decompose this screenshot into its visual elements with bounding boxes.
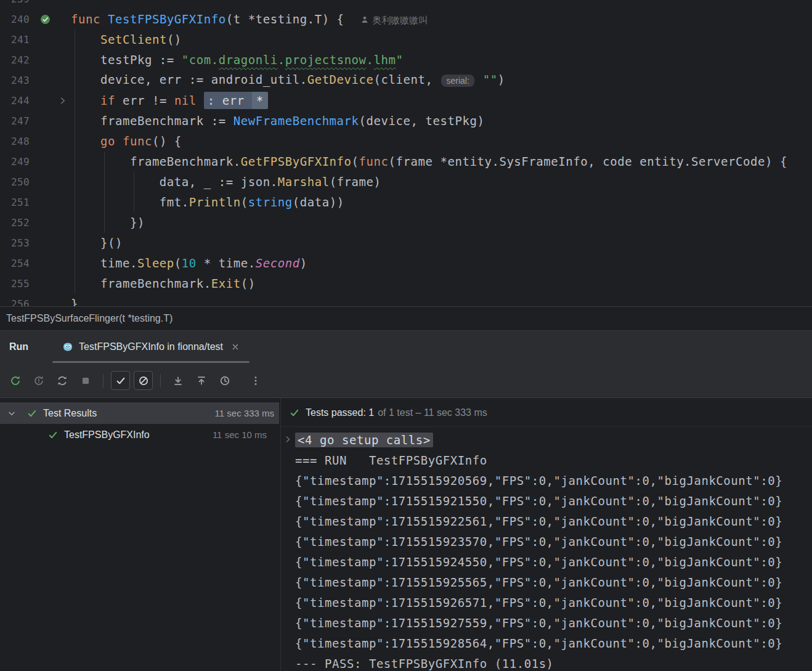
line-number[interactable]: 240 xyxy=(0,9,30,30)
code-text: } xyxy=(71,294,78,307)
sticky-function-bar[interactable]: TestFPSBySurfaceFlinger(t *testing.T) xyxy=(0,307,812,331)
console-line[interactable]: --- PASS: TestFPSByGFXInfo (11.01s) xyxy=(281,653,812,671)
run-content: Test Results 11 sec 333 ms TestFPSByGFXI… xyxy=(0,397,812,671)
run-tab-label: TestFPSByGFXInfo in fionna/test xyxy=(79,341,223,352)
line-number[interactable]: 253 xyxy=(0,233,30,253)
code-line[interactable]: 254 time.Sleep(10 * time.Second) xyxy=(0,253,812,274)
code-line[interactable]: 243 device, err := android_util.GetDevic… xyxy=(0,70,812,91)
console-line[interactable]: <4 go setup calls> xyxy=(281,429,812,450)
line-number[interactable]: 248 xyxy=(0,131,30,152)
code-line[interactable]: 255 frameBenchmark.Exit() xyxy=(0,274,812,294)
line-number[interactable]: 254 xyxy=(0,253,30,274)
fold-chevron-icon[interactable] xyxy=(58,96,67,105)
author-annotation[interactable]: 奥利嗷嗷嗷叫 xyxy=(360,10,428,30)
rerun-icon[interactable] xyxy=(7,373,23,389)
code-line[interactable]: 239 xyxy=(0,0,812,9)
run-test-gutter-icon[interactable] xyxy=(40,14,51,25)
code-text: go func() { xyxy=(71,131,182,152)
console-text: {"timestamp":1715515928564,"FPS":0,"jank… xyxy=(295,636,782,650)
console-text: === RUN TestFPSByGFXInfo xyxy=(295,453,487,467)
rerun-failed-icon[interactable] xyxy=(31,373,47,389)
code-editor[interactable]: 239240func TestFPSByGFXInfo(t *testing.T… xyxy=(0,0,812,307)
line-number[interactable]: 256 xyxy=(0,294,30,307)
console-text: {"timestamp":1715515925565,"FPS":0,"jank… xyxy=(295,575,782,589)
code-text: if err != nil : err * xyxy=(71,91,269,111)
auto-test-icon[interactable] xyxy=(54,373,70,389)
line-number[interactable]: 242 xyxy=(0,50,30,70)
code-text: func TestFPSByGFXInfo(t *testing.T) {奥利嗷… xyxy=(71,9,428,30)
code-line[interactable]: 240func TestFPSByGFXInfo(t *testing.T) {… xyxy=(0,9,812,30)
code-text: frameBenchmark.GetFPSByGFXInfo(func(fram… xyxy=(71,152,787,172)
line-number[interactable]: 244 xyxy=(0,91,30,111)
code-text: time.Sleep(10 * time.Second) xyxy=(71,253,307,274)
console-line[interactable]: {"timestamp":1715515922561,"FPS":0,"jank… xyxy=(281,511,812,531)
code-line[interactable]: 244 if err != nil : err * xyxy=(0,91,812,111)
gutter xyxy=(30,131,71,152)
gutter xyxy=(30,91,71,111)
test-passed-icon xyxy=(27,409,37,418)
line-number[interactable]: 255 xyxy=(0,274,30,294)
code-line[interactable]: 247 frameBenchmark := NewFrameBenchmark(… xyxy=(0,111,812,131)
console-line[interactable]: {"timestamp":1715515924550,"FPS":0,"jank… xyxy=(281,551,812,572)
code-line[interactable]: 253 }() xyxy=(0,233,812,253)
code-line[interactable]: 249 frameBenchmark.GetFPSByGFXInfo(func(… xyxy=(0,152,812,172)
collapse-all-icon[interactable] xyxy=(193,373,209,389)
more-icon[interactable] xyxy=(248,373,264,389)
code-line[interactable]: 248 go func() { xyxy=(0,131,812,152)
code-line[interactable]: 250 data, _ := json.Marshal(frame) xyxy=(0,172,812,192)
go-test-icon xyxy=(62,341,73,352)
line-number[interactable]: 243 xyxy=(0,70,30,91)
run-toolbar xyxy=(0,363,812,398)
gutter xyxy=(30,213,71,233)
sort-by-duration-icon[interactable] xyxy=(217,373,233,389)
console-text: {"timestamp":1715515922561,"FPS":0,"jank… xyxy=(295,514,782,528)
gutter xyxy=(30,30,71,50)
line-number[interactable]: 239 xyxy=(0,0,30,9)
console-panel[interactable]: Tests passed: 1 of 1 test – 11 sec 333 m… xyxy=(281,399,812,671)
console-line[interactable]: {"timestamp":1715515925565,"FPS":0,"jank… xyxy=(281,572,812,592)
line-number[interactable]: 247 xyxy=(0,111,30,131)
line-number[interactable]: 241 xyxy=(0,30,30,50)
test-case-duration: 11 sec 10 ms xyxy=(213,429,267,440)
chevron-down-icon[interactable] xyxy=(7,409,16,418)
console-fold-chevron-icon[interactable] xyxy=(283,435,292,444)
test-results-label: Test Results xyxy=(43,408,97,419)
line-number[interactable]: 250 xyxy=(0,172,30,192)
run-tool-window-header: Run TestFPSByGFXInfo in fionna/test xyxy=(0,331,812,363)
summary-detail-text: of 1 test – 11 sec 333 ms xyxy=(378,407,487,418)
sticky-function-label: TestFPSBySurfaceFlinger(t *testing.T) xyxy=(6,313,173,324)
code-line[interactable]: 252 }) xyxy=(0,213,812,233)
code-text: }() xyxy=(71,233,123,253)
console-text: {"timestamp":1715515927559,"FPS":0,"jank… xyxy=(295,616,782,630)
close-tab-icon[interactable] xyxy=(231,343,240,351)
console-line[interactable]: {"timestamp":1715515921550,"FPS":0,"jank… xyxy=(281,490,812,511)
console-line[interactable]: {"timestamp":1715515926571,"FPS":0,"jank… xyxy=(281,592,812,612)
code-text: frameBenchmark.Exit() xyxy=(71,274,256,294)
gutter xyxy=(30,253,71,274)
stop-icon[interactable] xyxy=(78,373,94,389)
console-line[interactable]: {"timestamp":1715515920569,"FPS":0,"jank… xyxy=(281,470,812,490)
toolbar-separator xyxy=(103,374,104,388)
editor-lines: 239240func TestFPSByGFXInfo(t *testing.T… xyxy=(0,0,812,307)
console-line[interactable]: {"timestamp":1715515928564,"FPS":0,"jank… xyxy=(281,633,812,653)
console-line[interactable]: {"timestamp":1715515927559,"FPS":0,"jank… xyxy=(281,612,812,633)
show-passed-icon[interactable] xyxy=(111,371,130,390)
ide-window: 239240func TestFPSByGFXInfo(t *testing.T… xyxy=(0,0,812,671)
test-passed-icon xyxy=(48,430,58,440)
test-case-row[interactable]: TestFPSByGFXInfo 11 sec 10 ms xyxy=(0,424,280,445)
line-number[interactable]: 249 xyxy=(0,152,30,172)
line-number[interactable]: 251 xyxy=(0,192,30,213)
code-line[interactable]: 251 fmt.Println(string(data)) xyxy=(0,192,812,213)
code-line[interactable]: 241 SetClient() xyxy=(0,30,812,50)
code-text: }) xyxy=(71,213,145,233)
console-line[interactable]: {"timestamp":1715515923570,"FPS":0,"jank… xyxy=(281,531,812,551)
expand-all-icon[interactable] xyxy=(170,373,186,389)
show-ignored-icon[interactable] xyxy=(134,371,153,390)
test-results-duration: 11 sec 333 ms xyxy=(215,408,274,418)
code-line[interactable]: 242 testPkg := "com.dragonli.projectsnow… xyxy=(0,50,812,70)
test-results-row[interactable]: Test Results 11 sec 333 ms xyxy=(0,402,279,424)
run-tab[interactable]: TestFPSByGFXInfo in fionna/test xyxy=(52,331,250,363)
code-line[interactable]: 256} xyxy=(0,294,812,307)
console-line[interactable]: === RUN TestFPSByGFXInfo xyxy=(281,450,812,470)
line-number[interactable]: 252 xyxy=(0,213,30,233)
